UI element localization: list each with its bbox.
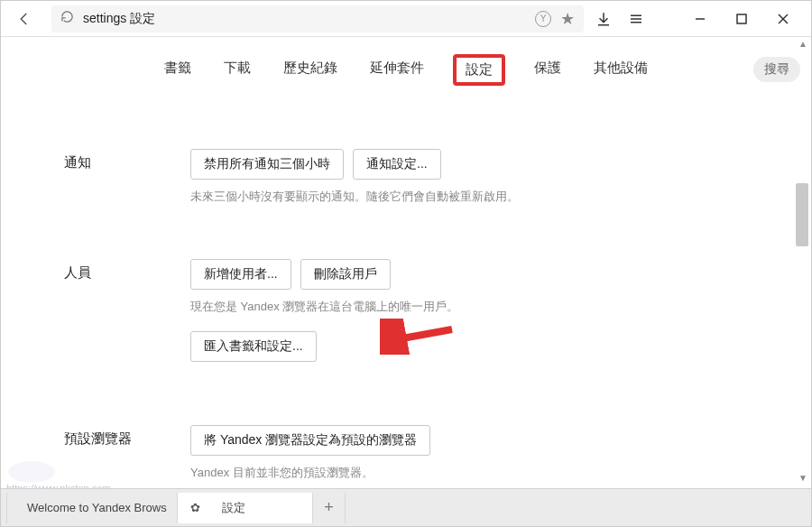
svg-point-5 xyxy=(8,461,55,483)
close-button[interactable] xyxy=(762,3,804,35)
settings-content: 通知 禁用所有通知三個小時 通知設定... 未來三個小時沒有要顯示的通知。隨後它… xyxy=(1,86,811,483)
maximize-button[interactable] xyxy=(721,3,762,35)
tab-other-devices[interactable]: 其他設備 xyxy=(590,54,651,86)
tab-history[interactable]: 歷史紀錄 xyxy=(280,54,341,86)
tab-settings[interactable]: 設定 xyxy=(453,54,505,86)
annotation-arrow xyxy=(380,319,461,355)
disable-notifications-button[interactable]: 禁用所有通知三個小時 xyxy=(190,149,344,180)
bookmark-star-icon[interactable]: ★ xyxy=(560,9,575,29)
set-default-browser-button[interactable]: 將 Yandex 瀏覽器設定為預設的瀏覽器 xyxy=(190,425,430,456)
watermark-logo xyxy=(6,459,59,485)
gear-icon: ✿ xyxy=(190,501,200,514)
delete-user-button[interactable]: 刪除該用戶 xyxy=(300,259,391,290)
menu-icon[interactable] xyxy=(620,3,652,35)
new-tab-button[interactable]: + xyxy=(313,493,346,523)
svg-rect-1 xyxy=(737,14,746,23)
section-label-default-browser: 預設瀏覽器 xyxy=(64,425,190,481)
scrollbar[interactable]: ▲ ▼ xyxy=(796,39,808,483)
section-notifications: 通知 禁用所有通知三個小時 通知設定... 未來三個小時沒有要顯示的通知。隨後它… xyxy=(37,149,775,205)
search-settings[interactable]: 搜尋 xyxy=(753,57,800,82)
notifications-hint: 未來三個小時沒有要顯示的通知。隨後它們會自動被重新啟用。 xyxy=(190,189,775,205)
browser-tab-welcome[interactable]: Y Welcome to Yandex Brows xyxy=(6,493,178,523)
tab-extensions[interactable]: 延伸套件 xyxy=(366,54,428,86)
minimize-button[interactable] xyxy=(679,3,721,35)
section-default-browser: 預設瀏覽器 將 Yandex 瀏覽器設定為預設的瀏覽器 Yandex 目前並非您… xyxy=(37,425,775,481)
address-bar[interactable]: settings 設定 Y ★ xyxy=(51,5,584,32)
section-label-notifications: 通知 xyxy=(64,149,190,205)
tab-downloads[interactable]: 下載 xyxy=(220,54,254,86)
browser-tab-settings-label: 設定 xyxy=(222,500,245,516)
browser-toolbar: settings 設定 Y ★ xyxy=(1,1,811,37)
tab-bookmarks[interactable]: 書籤 xyxy=(161,54,195,86)
browser-tab-strip: Y Welcome to Yandex Brows ✿ 設定 + xyxy=(1,488,811,526)
back-button[interactable] xyxy=(8,3,41,35)
scroll-down-icon[interactable]: ▼ xyxy=(798,473,807,483)
default-browser-hint: Yandex 目前並非您的預設瀏覽器。 xyxy=(190,465,775,481)
tab-protect[interactable]: 保護 xyxy=(531,54,565,86)
add-user-button[interactable]: 新增使用者... xyxy=(190,259,291,290)
svg-line-4 xyxy=(392,329,452,340)
browser-tab-welcome-label: Welcome to Yandex Brows xyxy=(27,501,167,514)
notification-settings-button[interactable]: 通知設定... xyxy=(353,149,441,180)
settings-tabs: 書籤 下載 歷史紀錄 延伸套件 設定 保護 其他設備 搜尋 xyxy=(1,37,811,86)
scroll-up-icon[interactable]: ▲ xyxy=(798,39,807,49)
scroll-thumb[interactable] xyxy=(796,183,808,246)
downloads-icon[interactable] xyxy=(587,3,620,35)
reload-icon[interactable] xyxy=(60,10,74,27)
protect-icon[interactable]: Y xyxy=(535,11,551,27)
address-text: settings 設定 xyxy=(83,11,535,27)
browser-tab-settings[interactable]: ✿ 設定 xyxy=(178,493,313,523)
section-label-people: 人員 xyxy=(64,259,190,371)
people-hint: 現在您是 Yandex 瀏覽器在這台電腦上的唯一用戶。 xyxy=(190,299,775,315)
import-bookmarks-button[interactable]: 匯入書籤和設定... xyxy=(190,331,317,362)
